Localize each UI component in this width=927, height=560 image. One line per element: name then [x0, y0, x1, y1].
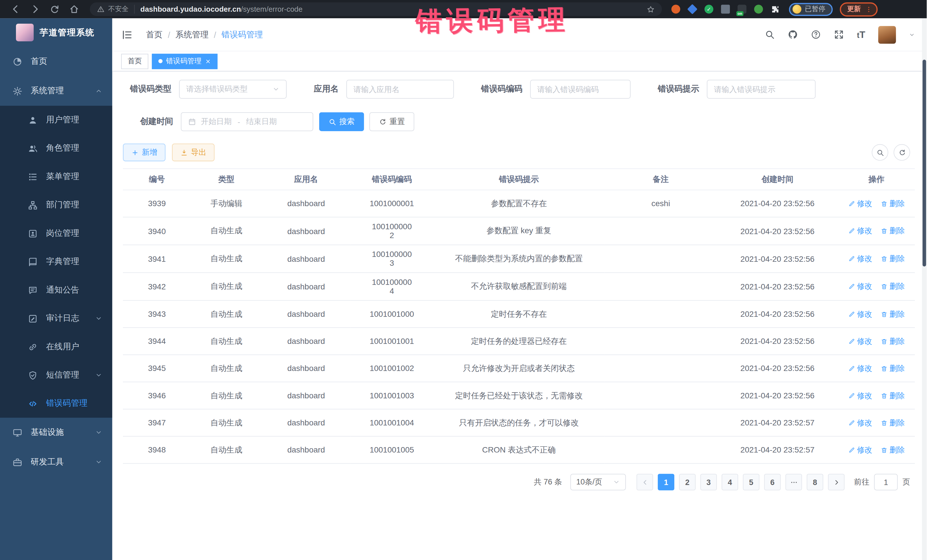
- next-page-button[interactable]: [828, 474, 845, 490]
- bookmark-star-icon[interactable]: [647, 5, 655, 14]
- export-button[interactable]: 导出: [172, 143, 214, 161]
- browser-forward-icon[interactable]: [30, 4, 40, 14]
- delete-link[interactable]: 删除: [880, 390, 905, 401]
- help-icon[interactable]: [811, 30, 821, 39]
- pager-more-button[interactable]: [786, 474, 802, 490]
- sidebar-item-dict-management[interactable]: 字典管理: [0, 247, 112, 276]
- edit-link[interactable]: 修改: [848, 417, 872, 428]
- edit-link[interactable]: 修改: [848, 198, 872, 209]
- edit-link[interactable]: 修改: [848, 390, 872, 401]
- error-code-input[interactable]: [537, 85, 623, 94]
- extension-key-icon[interactable]: [754, 5, 763, 14]
- browser-back-icon[interactable]: [11, 4, 21, 14]
- delete-link[interactable]: 删除: [880, 198, 905, 209]
- sidebar-item-home[interactable]: 首页: [0, 47, 112, 76]
- sidebar-item-system-management[interactable]: 系统管理: [0, 76, 112, 106]
- browser-profile-chip[interactable]: 已暂停: [789, 3, 832, 16]
- github-icon[interactable]: [788, 30, 798, 39]
- breadcrumb-home[interactable]: 首页: [146, 29, 163, 40]
- edit-link[interactable]: 修改: [848, 336, 872, 346]
- page-button-1[interactable]: 1: [658, 474, 674, 490]
- fullscreen-icon[interactable]: [834, 30, 844, 39]
- delete-link[interactable]: 删除: [880, 336, 905, 346]
- extension-ublock-icon[interactable]: [672, 5, 680, 14]
- delete-link[interactable]: 删除: [880, 445, 905, 455]
- sidebar-item-infrastructure[interactable]: 基础设施: [0, 418, 112, 448]
- search-icon[interactable]: [765, 30, 775, 39]
- sidebar-menu: 首页系统管理用户管理角色管理菜单管理部门管理岗位管理字典管理通知公告审计日志在线…: [0, 47, 112, 477]
- sidebar-item-notice-announcement[interactable]: 通知公告: [0, 276, 112, 304]
- address-bar[interactable]: 不安全 dashboard.yudao.iocoder.cn/system/er…: [90, 2, 662, 16]
- error-message-input[interactable]: [714, 85, 808, 94]
- edit-link[interactable]: 修改: [848, 363, 872, 373]
- app-name-input[interactable]: [353, 85, 447, 94]
- page-size-select[interactable]: 10条/页: [570, 474, 626, 490]
- sidebar-item-audit-log[interactable]: 审计日志: [0, 304, 112, 332]
- sidebar-item-dept-management[interactable]: 部门管理: [0, 191, 112, 219]
- browser-menu-icon[interactable]: [865, 5, 872, 14]
- app-logo-row[interactable]: 芋道管理系统: [0, 18, 112, 47]
- pencil-icon: [848, 200, 855, 207]
- sidebar-item-sms-management[interactable]: 短信管理: [0, 361, 112, 389]
- edit-link[interactable]: 修改: [848, 281, 872, 292]
- scrollbar-thumb[interactable]: [922, 59, 926, 266]
- page-scrollbar[interactable]: [922, 18, 927, 560]
- reset-button[interactable]: 重置: [369, 112, 414, 131]
- font-size-icon[interactable]: tT: [857, 29, 865, 40]
- page-button-2[interactable]: 2: [679, 474, 696, 490]
- page-button-3[interactable]: 3: [700, 474, 717, 490]
- page-button-5[interactable]: 5: [743, 474, 760, 490]
- browser-home-icon[interactable]: [69, 4, 79, 14]
- user-avatar[interactable]: [878, 26, 896, 43]
- search-button[interactable]: 搜索: [319, 112, 364, 131]
- sidebar-item-menu-management[interactable]: 菜单管理: [0, 162, 112, 191]
- refresh-table-button[interactable]: [894, 144, 910, 161]
- extension-grid-icon[interactable]: [721, 5, 730, 14]
- browser-update-button[interactable]: 更新: [839, 2, 877, 16]
- extension-puzzle-icon[interactable]: [771, 5, 780, 14]
- add-button[interactable]: 新增: [123, 143, 166, 161]
- delete-link[interactable]: 删除: [880, 226, 905, 237]
- edit-link[interactable]: 修改: [848, 309, 872, 319]
- tags-view-bar: 首页 错误码管理: [112, 51, 927, 71]
- goto-page-input[interactable]: [874, 474, 898, 490]
- refresh-icon: [898, 149, 906, 156]
- sidebar-toggle-icon[interactable]: [121, 29, 133, 40]
- cell-type: 自动生成: [191, 328, 262, 355]
- page-button-4[interactable]: 4: [722, 474, 738, 490]
- toggle-search-button[interactable]: [872, 144, 888, 161]
- extension-v-icon[interactable]: ✓: [705, 5, 713, 14]
- sidebar-item-user-management[interactable]: 用户管理: [0, 106, 112, 134]
- sidebar-item-error-code-management[interactable]: 错误码管理: [0, 389, 112, 417]
- cell-app: dashboard: [262, 409, 351, 436]
- pencil-icon: [848, 255, 855, 262]
- sidebar-item-online-user[interactable]: 在线用户: [0, 333, 112, 361]
- page-button-6[interactable]: 6: [764, 474, 781, 490]
- sidebar-item-dev-tools[interactable]: 研发工具: [0, 448, 112, 477]
- edit-link[interactable]: 修改: [848, 226, 872, 237]
- extension-gem-icon[interactable]: [687, 4, 698, 14]
- tab-close-icon[interactable]: [205, 58, 211, 64]
- sidebar-item-post-management[interactable]: 岗位管理: [0, 219, 112, 247]
- delete-link[interactable]: 删除: [880, 309, 905, 319]
- cell-message: 定时任务的处理器已经存在: [433, 328, 605, 355]
- cell-id: 3948: [123, 436, 191, 463]
- page-button-8[interactable]: 8: [807, 474, 823, 490]
- date-range-picker[interactable]: 开始日期 - 结束日期: [181, 112, 313, 131]
- filter-error-message: 错误码提示: [658, 80, 816, 99]
- edit-link[interactable]: 修改: [848, 445, 872, 455]
- delete-link[interactable]: 删除: [880, 363, 905, 373]
- prev-page-button[interactable]: [637, 474, 653, 490]
- breadcrumb-system[interactable]: 系统管理: [175, 29, 208, 40]
- delete-link[interactable]: 删除: [880, 281, 905, 292]
- error-type-select[interactable]: 请选择错误码类型: [179, 80, 287, 99]
- delete-link[interactable]: 删除: [880, 253, 905, 264]
- extension-proxy-icon[interactable]: on: [738, 5, 746, 14]
- tab-home[interactable]: 首页: [121, 54, 148, 69]
- browser-reload-icon[interactable]: [50, 4, 59, 14]
- delete-link[interactable]: 删除: [880, 417, 905, 428]
- avatar-caret-down-icon[interactable]: [909, 32, 915, 38]
- edit-link[interactable]: 修改: [848, 253, 872, 264]
- tab-error-code[interactable]: 错误码管理: [152, 54, 217, 69]
- sidebar-item-role-management[interactable]: 角色管理: [0, 134, 112, 162]
